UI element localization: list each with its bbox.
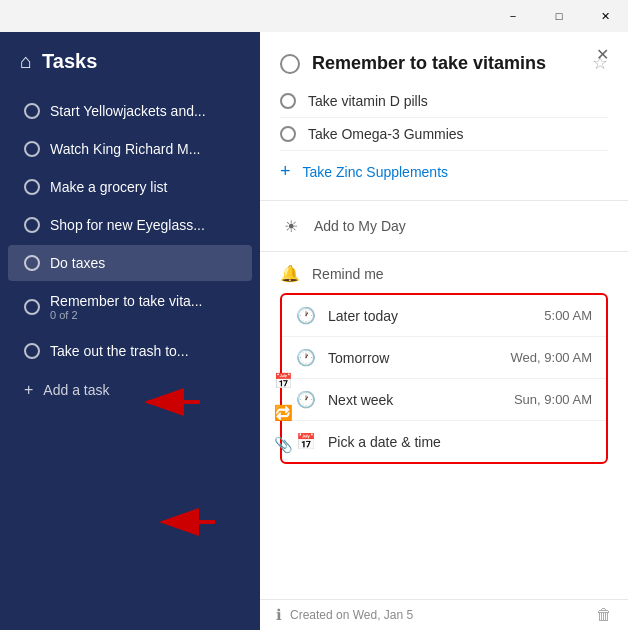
- detail-close-button[interactable]: ✕: [588, 40, 616, 68]
- add-step-button[interactable]: + Take Zinc Supplements: [280, 151, 608, 192]
- task-label-5: Do taxes: [50, 255, 236, 271]
- pick-date-label: Pick a date & time: [328, 434, 592, 450]
- close-button[interactable]: ✕: [582, 0, 628, 32]
- minimize-button[interactable]: −: [490, 0, 536, 32]
- task-label-1: Start Yellowjackets and...: [50, 103, 236, 119]
- subtask-item-2[interactable]: Take Omega-3 Gummies: [280, 118, 608, 151]
- repeat-icon[interactable]: 🔁: [274, 404, 294, 422]
- task-item-4[interactable]: Shop for new Eyeglass...: [8, 207, 252, 243]
- next-week-time: Sun, 9:00 AM: [514, 392, 592, 407]
- footer-text: Created on Wed, Jan 5: [290, 608, 596, 622]
- subtask-circle-1: [280, 93, 296, 109]
- sidebar: ⌂ Tasks Start Yellowjackets and... Watch…: [0, 32, 260, 630]
- maximize-button[interactable]: □: [536, 0, 582, 32]
- add-to-my-day-label: Add to My Day: [314, 218, 406, 234]
- later-today-option[interactable]: 🕐 Later today 5:00 AM: [282, 295, 606, 337]
- next-week-option[interactable]: 🕐 Next week Sun, 9:00 AM: [282, 379, 606, 421]
- sidebar-title: Tasks: [42, 50, 97, 73]
- attach-icon[interactable]: 📎: [274, 436, 294, 454]
- subtask-item-1[interactable]: Take vitamin D pills: [280, 85, 608, 118]
- detail-title: Remember to take vitamins: [312, 52, 584, 75]
- sun-icon: ☀: [280, 215, 302, 237]
- sidebar-action-icons: 📅 🔁 📎: [274, 372, 304, 454]
- task-label-4: Shop for new Eyeglass...: [50, 217, 236, 233]
- task-label-2: Watch King Richard M...: [50, 141, 236, 157]
- remind-me-label: Remind me: [312, 266, 384, 282]
- add-to-my-day-button[interactable]: ☀ Add to My Day: [260, 205, 628, 247]
- footer-info-icon: ℹ: [276, 606, 282, 624]
- trash-icon[interactable]: 🗑: [596, 606, 612, 624]
- task-label-6: Remember to take vita...: [50, 293, 203, 309]
- pick-date-option[interactable]: 📅 Pick a date & time: [282, 421, 606, 462]
- task-item-3[interactable]: Make a grocery list: [8, 169, 252, 205]
- divider-1: [260, 200, 628, 201]
- task-item-7[interactable]: Take out the trash to...: [8, 333, 252, 369]
- sidebar-header: ⌂ Tasks: [0, 32, 260, 87]
- detail-panel: ✕ Remember to take vitamins ☆ Take vitam…: [260, 32, 628, 630]
- reminder-options-box: 🕐 Later today 5:00 AM 🕐 Tomorrow Wed, 9:…: [280, 293, 608, 464]
- task-label-7: Take out the trash to...: [50, 343, 236, 359]
- task-circle-5: [24, 255, 40, 271]
- add-task-label: Add a task: [43, 382, 109, 398]
- calendar-icon[interactable]: 📅: [274, 372, 294, 390]
- task-item-6[interactable]: Remember to take vita... 0 of 2: [8, 283, 252, 331]
- task-item-2[interactable]: Watch King Richard M...: [8, 131, 252, 167]
- detail-title-row: Remember to take vitamins ☆: [260, 32, 628, 85]
- task-circle-4: [24, 217, 40, 233]
- window-chrome: − □ ✕: [0, 0, 628, 32]
- task-item-1[interactable]: Start Yellowjackets and...: [8, 93, 252, 129]
- task-circle-7: [24, 343, 40, 359]
- subtask-label-1: Take vitamin D pills: [308, 93, 428, 109]
- home-icon: ⌂: [20, 50, 32, 73]
- tomorrow-label: Tomorrow: [328, 350, 511, 366]
- add-task-button[interactable]: + Add a task: [8, 371, 252, 409]
- add-step-plus-icon: +: [280, 161, 291, 182]
- task-list: Start Yellowjackets and... Watch King Ri…: [0, 87, 260, 630]
- later-today-label: Later today: [328, 308, 544, 324]
- task-circle-6: [24, 299, 40, 315]
- add-step-label: Take Zinc Supplements: [303, 164, 449, 180]
- task-label-3: Make a grocery list: [50, 179, 236, 195]
- detail-check-circle[interactable]: [280, 54, 300, 74]
- app-container: ⌂ Tasks Start Yellowjackets and... Watch…: [0, 32, 628, 630]
- later-today-time: 5:00 AM: [544, 308, 592, 323]
- divider-2: [260, 251, 628, 252]
- clock-icon-1: 🕐: [296, 306, 316, 325]
- task-circle-3: [24, 179, 40, 195]
- tomorrow-option[interactable]: 🕐 Tomorrow Wed, 9:00 AM: [282, 337, 606, 379]
- alarm-icon: 🔔: [280, 264, 300, 283]
- subtask-list: Take vitamin D pills Take Omega-3 Gummie…: [260, 85, 628, 196]
- clock-icon-2: 🕐: [296, 348, 316, 367]
- task-item-5[interactable]: Do taxes: [8, 245, 252, 281]
- subtask-circle-2: [280, 126, 296, 142]
- detail-footer: ℹ Created on Wed, Jan 5 🗑: [260, 599, 628, 630]
- next-week-label: Next week: [328, 392, 514, 408]
- remind-me-row[interactable]: 🔔 Remind me: [260, 256, 628, 287]
- plus-icon: +: [24, 381, 33, 399]
- task-circle-2: [24, 141, 40, 157]
- task-sub-6: 0 of 2: [50, 309, 236, 321]
- tomorrow-time: Wed, 9:00 AM: [511, 350, 592, 365]
- subtask-label-2: Take Omega-3 Gummies: [308, 126, 464, 142]
- task-circle-1: [24, 103, 40, 119]
